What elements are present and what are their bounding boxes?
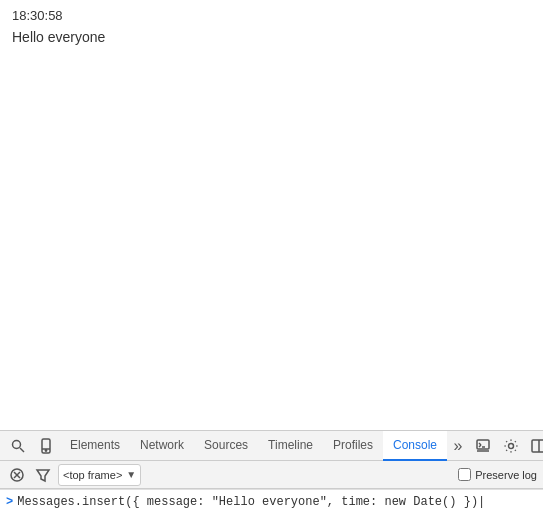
terminal-icon[interactable] (469, 432, 497, 460)
device-icon[interactable] (32, 432, 60, 460)
preserve-log-text: Preserve log (475, 469, 537, 481)
tab-timeline[interactable]: Timeline (258, 431, 323, 461)
more-tabs-icon[interactable]: » (447, 432, 469, 460)
svg-rect-11 (532, 440, 543, 452)
dock-icon[interactable] (525, 432, 543, 460)
svg-marker-18 (37, 470, 49, 481)
preserve-log-label[interactable]: Preserve log (458, 468, 537, 481)
svg-point-10 (509, 443, 514, 448)
main-content: 18:30:58 Hello everyone (0, 0, 543, 430)
search-icon[interactable] (4, 432, 32, 460)
tab-network[interactable]: Network (130, 431, 194, 461)
frame-select-text: <top frame> (63, 469, 122, 481)
tab-sources[interactable]: Sources (194, 431, 258, 461)
tab-elements[interactable]: Elements (60, 431, 130, 461)
preserve-log-checkbox[interactable] (458, 468, 471, 481)
console-prompt-icon: > (6, 495, 13, 509)
tab-profiles[interactable]: Profiles (323, 431, 383, 461)
svg-line-8 (479, 445, 481, 447)
tab-bar: Elements Network Sources Timeline Profil… (0, 431, 543, 461)
console-output-text[interactable]: Messages.insert({ message: "Hello everyo… (17, 495, 485, 509)
hello-message: Hello everyone (12, 29, 531, 45)
console-output: > Messages.insert({ message: "Hello ever… (0, 489, 543, 513)
frame-selector[interactable]: <top frame> ▼ (58, 464, 141, 486)
frame-select-arrow-icon: ▼ (126, 469, 136, 480)
devtools-panel: Elements Network Sources Timeline Profil… (0, 430, 543, 513)
filter-icon[interactable] (32, 464, 54, 486)
svg-point-0 (13, 440, 21, 448)
toolbar-row: <top frame> ▼ Preserve log (0, 461, 543, 489)
gear-icon[interactable] (497, 432, 525, 460)
clear-console-icon[interactable] (6, 464, 28, 486)
tab-console[interactable]: Console (383, 431, 447, 461)
svg-point-4 (45, 449, 46, 450)
timestamp: 18:30:58 (12, 8, 531, 23)
svg-line-1 (20, 448, 24, 452)
